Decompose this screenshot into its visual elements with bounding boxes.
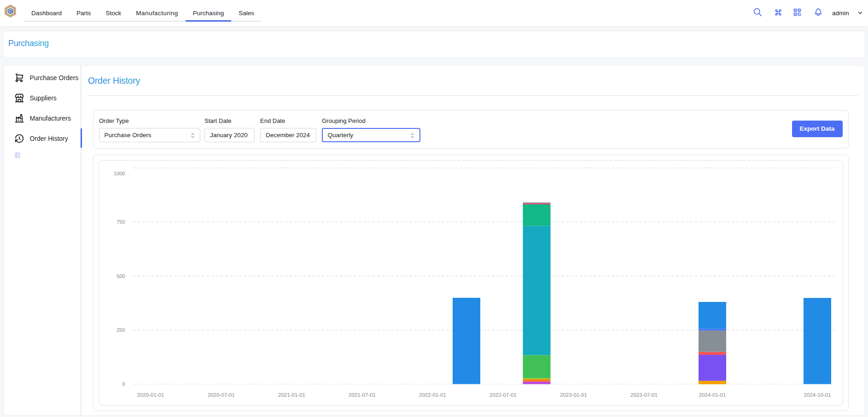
svg-text:2021-01-01: 2021-01-01 <box>278 392 305 398</box>
svg-text:0: 0 <box>122 381 125 387</box>
svg-text:1000: 1000 <box>114 171 125 176</box>
svg-text:750: 750 <box>117 219 125 225</box>
svg-text:2021-07-01: 2021-07-01 <box>349 392 376 398</box>
svg-text:250: 250 <box>117 327 125 333</box>
svg-text:2023-07-01: 2023-07-01 <box>630 392 658 398</box>
svg-text:500: 500 <box>117 273 125 279</box>
svg-text:2020-01-01: 2020-01-01 <box>137 392 164 398</box>
svg-text:2022-07-01: 2022-07-01 <box>489 392 517 398</box>
svg-text:2024-10-01: 2024-10-01 <box>804 392 831 398</box>
svg-text:2023-01-01: 2023-01-01 <box>560 392 587 398</box>
svg-text:2024-01-01: 2024-01-01 <box>699 392 726 398</box>
svg-text:2020-07-01: 2020-07-01 <box>208 392 235 398</box>
svg-text:2022-01-01: 2022-01-01 <box>419 392 446 398</box>
